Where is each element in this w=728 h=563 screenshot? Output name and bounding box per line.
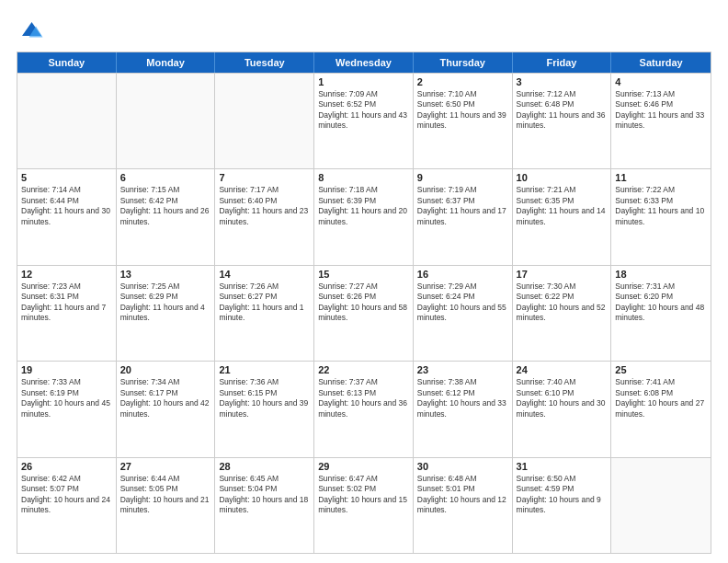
day-number: 8 (318, 172, 409, 183)
day-number: 22 (318, 364, 409, 375)
calendar-cell: 6Sunrise: 7:15 AMSunset: 6:42 PMDaylight… (117, 169, 216, 264)
calendar-row-1: 5Sunrise: 7:14 AMSunset: 6:44 PMDaylight… (17, 168, 711, 264)
calendar-cell: 23Sunrise: 7:38 AMSunset: 6:12 PMDayligh… (414, 362, 513, 456)
day-info: Sunrise: 7:38 AMSunset: 6:12 PMDaylight:… (417, 377, 508, 419)
day-info: Sunrise: 7:36 AMSunset: 6:15 PMDaylight:… (219, 377, 310, 419)
calendar-cell: 4Sunrise: 7:13 AMSunset: 6:46 PMDaylight… (611, 74, 711, 168)
calendar-cell (17, 74, 117, 168)
day-number: 11 (615, 172, 707, 183)
day-info: Sunrise: 7:14 AMSunset: 6:44 PMDaylight:… (21, 185, 112, 227)
day-number: 25 (615, 364, 707, 375)
day-info: Sunrise: 7:15 AMSunset: 6:42 PMDaylight:… (120, 185, 211, 227)
day-info: Sunrise: 7:37 AMSunset: 6:13 PMDaylight:… (318, 377, 409, 419)
calendar-cell: 2Sunrise: 7:10 AMSunset: 6:50 PMDaylight… (414, 74, 513, 168)
calendar-header: SundayMondayTuesdayWednesdayThursdayFrid… (17, 52, 711, 73)
header (17, 17, 711, 44)
day-info: Sunrise: 7:10 AMSunset: 6:50 PMDaylight:… (417, 89, 508, 132)
day-number: 18 (615, 269, 707, 280)
calendar-cell: 25Sunrise: 7:41 AMSunset: 6:08 PMDayligh… (611, 362, 711, 456)
day-info: Sunrise: 6:42 AMSunset: 5:07 PMDaylight:… (21, 474, 112, 516)
day-info: Sunrise: 6:44 AMSunset: 5:05 PMDaylight:… (120, 474, 211, 516)
day-info: Sunrise: 7:26 AMSunset: 6:27 PMDaylight:… (219, 282, 310, 324)
weekday-header-saturday: Saturday (611, 52, 711, 73)
calendar-cell: 31Sunrise: 6:50 AMSunset: 4:59 PMDayligh… (513, 458, 612, 553)
calendar-cell: 11Sunrise: 7:22 AMSunset: 6:33 PMDayligh… (611, 169, 711, 264)
day-info: Sunrise: 7:12 AMSunset: 6:48 PMDaylight:… (517, 89, 608, 132)
calendar-row-3: 19Sunrise: 7:33 AMSunset: 6:19 PMDayligh… (17, 361, 711, 456)
day-info: Sunrise: 7:18 AMSunset: 6:39 PMDaylight:… (318, 185, 409, 227)
day-number: 7 (219, 172, 310, 183)
day-info: Sunrise: 7:41 AMSunset: 6:08 PMDaylight:… (615, 377, 707, 419)
weekday-header-sunday: Sunday (17, 52, 117, 73)
weekday-header-thursday: Thursday (414, 52, 513, 73)
day-info: Sunrise: 7:34 AMSunset: 6:17 PMDaylight:… (120, 377, 211, 419)
calendar-cell: 13Sunrise: 7:25 AMSunset: 6:29 PMDayligh… (117, 266, 216, 361)
calendar-cell: 27Sunrise: 6:44 AMSunset: 5:05 PMDayligh… (117, 458, 216, 553)
day-number: 13 (120, 269, 211, 280)
calendar-cell: 9Sunrise: 7:19 AMSunset: 6:37 PMDaylight… (414, 169, 513, 264)
calendar-cell: 15Sunrise: 7:27 AMSunset: 6:26 PMDayligh… (314, 266, 414, 361)
day-number: 28 (219, 461, 310, 472)
calendar-body: 1Sunrise: 7:09 AMSunset: 6:52 PMDaylight… (17, 73, 711, 553)
calendar-cell (215, 74, 314, 168)
day-info: Sunrise: 7:33 AMSunset: 6:19 PMDaylight:… (21, 377, 112, 419)
day-info: Sunrise: 7:13 AMSunset: 6:46 PMDaylight:… (615, 89, 707, 132)
page: SundayMondayTuesdayWednesdayThursdayFrid… (0, 0, 728, 563)
day-number: 14 (219, 269, 310, 280)
calendar-cell: 26Sunrise: 6:42 AMSunset: 5:07 PMDayligh… (17, 458, 117, 553)
calendar-cell: 30Sunrise: 6:48 AMSunset: 5:01 PMDayligh… (414, 458, 513, 553)
calendar-cell: 18Sunrise: 7:31 AMSunset: 6:20 PMDayligh… (611, 266, 711, 361)
day-number: 1 (318, 76, 409, 87)
day-info: Sunrise: 7:19 AMSunset: 6:37 PMDaylight:… (417, 185, 508, 227)
day-info: Sunrise: 7:30 AMSunset: 6:22 PMDaylight:… (517, 282, 608, 324)
day-number: 20 (120, 364, 211, 375)
day-info: Sunrise: 6:47 AMSunset: 5:02 PMDaylight:… (318, 474, 409, 516)
day-number: 4 (615, 76, 707, 87)
day-number: 2 (417, 76, 508, 87)
day-info: Sunrise: 6:50 AMSunset: 4:59 PMDaylight:… (517, 474, 608, 516)
calendar-cell: 8Sunrise: 7:18 AMSunset: 6:39 PMDaylight… (314, 169, 414, 264)
calendar-cell: 24Sunrise: 7:40 AMSunset: 6:10 PMDayligh… (513, 362, 612, 456)
day-info: Sunrise: 7:40 AMSunset: 6:10 PMDaylight:… (517, 377, 608, 419)
day-info: Sunrise: 7:27 AMSunset: 6:26 PMDaylight:… (318, 282, 409, 324)
calendar-row-4: 26Sunrise: 6:42 AMSunset: 5:07 PMDayligh… (17, 457, 711, 553)
day-number: 9 (417, 172, 508, 183)
calendar-row-2: 12Sunrise: 7:23 AMSunset: 6:31 PMDayligh… (17, 265, 711, 361)
day-number: 26 (21, 461, 112, 472)
calendar: SundayMondayTuesdayWednesdayThursdayFrid… (17, 52, 711, 554)
day-number: 17 (517, 269, 608, 280)
day-info: Sunrise: 7:23 AMSunset: 6:31 PMDaylight:… (21, 282, 112, 324)
calendar-cell: 17Sunrise: 7:30 AMSunset: 6:22 PMDayligh… (513, 266, 612, 361)
day-number: 6 (120, 172, 211, 183)
calendar-cell: 29Sunrise: 6:47 AMSunset: 5:02 PMDayligh… (314, 458, 414, 553)
calendar-cell (117, 74, 216, 168)
calendar-cell: 5Sunrise: 7:14 AMSunset: 6:44 PMDaylight… (17, 169, 117, 264)
calendar-cell: 12Sunrise: 7:23 AMSunset: 6:31 PMDayligh… (17, 266, 117, 361)
logo (17, 17, 50, 44)
calendar-cell (611, 458, 711, 553)
day-info: Sunrise: 7:31 AMSunset: 6:20 PMDaylight:… (615, 282, 707, 324)
day-number: 29 (318, 461, 409, 472)
day-number: 19 (21, 364, 112, 375)
day-info: Sunrise: 7:09 AMSunset: 6:52 PMDaylight:… (318, 89, 409, 132)
calendar-cell: 1Sunrise: 7:09 AMSunset: 6:52 PMDaylight… (314, 74, 414, 168)
day-number: 30 (417, 461, 508, 472)
calendar-row-0: 1Sunrise: 7:09 AMSunset: 6:52 PMDaylight… (17, 73, 711, 168)
day-number: 21 (219, 364, 310, 375)
calendar-cell: 7Sunrise: 7:17 AMSunset: 6:40 PMDaylight… (215, 169, 314, 264)
weekday-header-friday: Friday (513, 52, 612, 73)
day-info: Sunrise: 7:29 AMSunset: 6:24 PMDaylight:… (417, 282, 508, 324)
day-number: 23 (417, 364, 508, 375)
calendar-cell: 22Sunrise: 7:37 AMSunset: 6:13 PMDayligh… (314, 362, 414, 456)
day-info: Sunrise: 7:22 AMSunset: 6:33 PMDaylight:… (615, 185, 707, 227)
day-number: 27 (120, 461, 211, 472)
weekday-header-monday: Monday (117, 52, 216, 73)
calendar-cell: 28Sunrise: 6:45 AMSunset: 5:04 PMDayligh… (215, 458, 314, 553)
weekday-header-wednesday: Wednesday (314, 52, 414, 73)
calendar-cell: 21Sunrise: 7:36 AMSunset: 6:15 PMDayligh… (215, 362, 314, 456)
day-number: 24 (517, 364, 608, 375)
day-info: Sunrise: 7:25 AMSunset: 6:29 PMDaylight:… (120, 282, 211, 324)
calendar-cell: 20Sunrise: 7:34 AMSunset: 6:17 PMDayligh… (117, 362, 216, 456)
day-number: 3 (517, 76, 608, 87)
calendar-cell: 19Sunrise: 7:33 AMSunset: 6:19 PMDayligh… (17, 362, 117, 456)
